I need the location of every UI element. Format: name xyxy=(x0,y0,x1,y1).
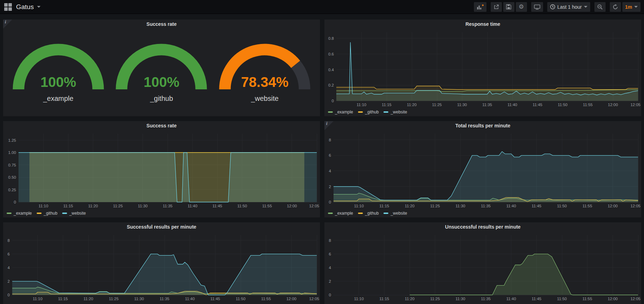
caret-down-icon xyxy=(634,6,638,8)
svg-text:11:55: 11:55 xyxy=(262,204,272,208)
total-results-chart[interactable]: 0246811:1011:1511:2011:2511:3011:3511:40… xyxy=(324,131,641,209)
legend-swatch xyxy=(328,213,333,214)
svg-text:11:30: 11:30 xyxy=(457,103,467,107)
legend-swatch xyxy=(62,213,67,214)
svg-text:11:40: 11:40 xyxy=(188,204,197,208)
refresh-interval-dropdown[interactable]: 1m xyxy=(622,2,641,12)
tv-mode-button[interactable] xyxy=(531,2,543,12)
legend-item-_github[interactable]: _github xyxy=(358,211,379,216)
svg-text:12:00: 12:00 xyxy=(287,204,297,208)
response-time-chart[interactable]: 00.20.40.60.811:1011:1511:2011:2511:3011… xyxy=(324,29,641,108)
zoom-out-icon xyxy=(597,4,603,10)
panel-title[interactable]: Successful results per minute xyxy=(3,222,320,232)
clock-icon xyxy=(550,4,555,9)
svg-text:11:45: 11:45 xyxy=(212,204,222,208)
navbar: Gatus xyxy=(0,0,644,14)
gauge-arc: 78.34% xyxy=(216,38,314,90)
caret-down-icon xyxy=(37,6,41,8)
svg-text:12:05: 12:05 xyxy=(630,103,641,107)
grafana-menu-button[interactable] xyxy=(4,3,12,11)
save-button[interactable] xyxy=(503,2,514,12)
legend-swatch xyxy=(383,111,388,113)
svg-text:11:25: 11:25 xyxy=(430,204,440,208)
svg-text:11:35: 11:35 xyxy=(481,297,491,301)
panel-success-rate-series: Success rate 00.250.500.751.001.2511:101… xyxy=(3,121,320,217)
panel-successful-results: Successful results per minute 0246811:10… xyxy=(3,222,320,304)
legend-item-_example[interactable]: _example xyxy=(7,211,32,216)
legend-item-_website[interactable]: _website xyxy=(383,211,407,216)
legend-item-_github[interactable]: _github xyxy=(37,211,57,216)
svg-text:11:50: 11:50 xyxy=(557,297,567,301)
panel-info-corner[interactable]: i xyxy=(3,20,12,29)
add-panel-icon xyxy=(477,4,484,10)
zoom-out-button[interactable] xyxy=(594,2,606,12)
legend-item-_github[interactable]: _github xyxy=(358,110,379,114)
refresh-button[interactable] xyxy=(610,2,621,12)
legend-item-_example[interactable]: _example xyxy=(328,110,353,114)
legend-item-_example[interactable]: _example xyxy=(328,211,353,216)
svg-text:11:25: 11:25 xyxy=(430,297,440,301)
svg-text:4: 4 xyxy=(329,169,331,173)
info-icon: i xyxy=(326,121,327,126)
chart-legend: _website xyxy=(324,302,641,304)
add-panel-button[interactable] xyxy=(474,2,486,12)
successful-results-chart[interactable]: 0246811:1011:1511:2011:2511:3011:3511:40… xyxy=(3,232,320,302)
gauge-_example: 100%_example xyxy=(9,38,107,103)
panel-title[interactable]: Success rate xyxy=(3,121,320,131)
share-button[interactable] xyxy=(491,2,502,12)
panel-title[interactable]: Response time xyxy=(324,20,641,29)
legend-item-_website[interactable]: _website xyxy=(383,110,407,114)
svg-text:0: 0 xyxy=(329,200,331,204)
gauge-label: _github xyxy=(150,95,173,103)
refresh-interval-label: 1m xyxy=(625,4,632,10)
svg-text:11:35: 11:35 xyxy=(163,204,173,208)
navbar-right: ⚙ Last 1 hour xyxy=(474,2,641,12)
svg-text:6: 6 xyxy=(8,252,10,256)
svg-text:0.50: 0.50 xyxy=(8,175,16,179)
svg-text:11:10: 11:10 xyxy=(357,103,366,107)
gauge-value: 78.34% xyxy=(216,74,314,90)
panel-title[interactable]: Success rate xyxy=(3,20,320,29)
dashboard-title-dropdown[interactable]: Gatus xyxy=(16,3,41,11)
svg-text:6: 6 xyxy=(329,153,331,157)
panel-title[interactable]: Total results per minute xyxy=(324,121,641,131)
svg-text:12:05: 12:05 xyxy=(309,297,319,301)
svg-text:11:20: 11:20 xyxy=(83,297,93,301)
svg-text:11:20: 11:20 xyxy=(405,297,415,301)
legend-swatch xyxy=(328,111,333,113)
svg-text:4: 4 xyxy=(8,266,10,270)
dashboard-title: Gatus xyxy=(16,3,34,11)
tv-mode-icon xyxy=(534,4,540,10)
svg-text:11:25: 11:25 xyxy=(432,103,442,107)
svg-text:11:30: 11:30 xyxy=(134,297,144,301)
svg-text:1.00: 1.00 xyxy=(8,150,16,155)
panel-info-corner[interactable]: i xyxy=(324,121,334,130)
svg-text:11:15: 11:15 xyxy=(58,297,68,301)
chart-legend: _example_github_website xyxy=(324,209,641,217)
svg-text:11:40: 11:40 xyxy=(507,103,517,107)
time-range-picker[interactable]: Last 1 hour xyxy=(547,2,590,12)
success-rate-chart[interactable]: 00.250.500.751.001.2511:1011:1511:2011:2… xyxy=(3,131,320,209)
svg-text:12:05: 12:05 xyxy=(630,204,641,208)
settings-button[interactable]: ⚙ xyxy=(516,2,527,12)
svg-text:11:15: 11:15 xyxy=(379,204,389,208)
svg-text:11:15: 11:15 xyxy=(63,204,73,208)
svg-text:11:40: 11:40 xyxy=(506,297,516,301)
gauge-_github: 100%_github xyxy=(112,38,210,103)
gauge-value: 100% xyxy=(112,74,210,90)
svg-text:11:30: 11:30 xyxy=(138,204,148,208)
svg-text:6: 6 xyxy=(329,252,331,256)
svg-text:8: 8 xyxy=(329,138,331,142)
panel-title[interactable]: Unsuccessful results per minute xyxy=(324,222,641,232)
gauge-label: _website xyxy=(251,95,279,103)
svg-text:2: 2 xyxy=(8,279,10,283)
svg-text:11:50: 11:50 xyxy=(557,204,567,208)
legend-item-_website[interactable]: _website xyxy=(62,211,86,216)
svg-text:11:25: 11:25 xyxy=(113,204,123,208)
svg-text:0: 0 xyxy=(14,200,16,204)
svg-text:11:20: 11:20 xyxy=(407,103,417,107)
caret-down-icon xyxy=(584,6,587,8)
svg-text:11:30: 11:30 xyxy=(455,204,465,208)
unsuccessful-results-chart[interactable]: 0246811:1011:1511:2011:2511:3011:3511:40… xyxy=(324,232,641,302)
svg-text:0: 0 xyxy=(332,99,334,103)
